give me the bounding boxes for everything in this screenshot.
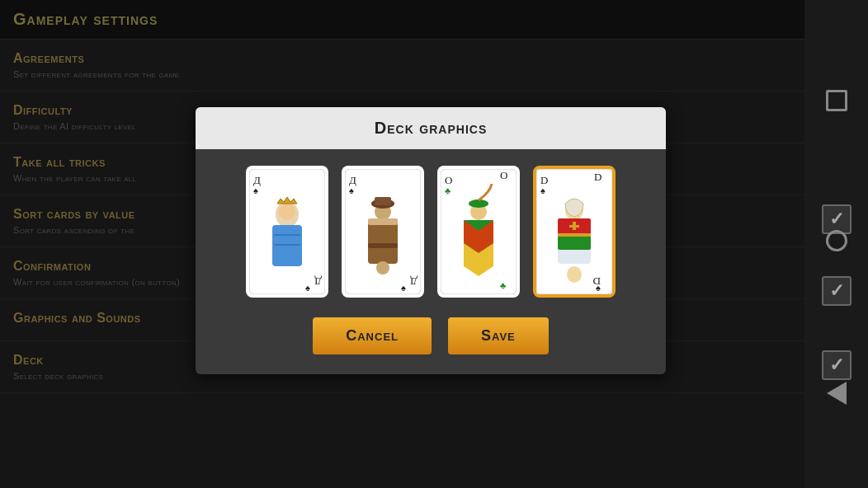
svg-text:О: О [500, 169, 507, 181]
svg-text:♠: ♠ [540, 185, 545, 195]
svg-rect-40 [558, 235, 591, 250]
svg-rect-4 [272, 225, 302, 266]
card-options-row: Д ♠ Д ♠ [246, 166, 616, 298]
svg-text:Д: Д [349, 174, 356, 186]
dialog-content: Д ♠ Д ♠ [196, 149, 666, 374]
svg-text:♠: ♠ [253, 185, 258, 195]
android-nav-bar [804, 0, 868, 488]
svg-point-5 [279, 204, 295, 220]
svg-text:♠: ♠ [349, 185, 354, 195]
card-svg-3: О ♣ О ♣ [441, 169, 517, 294]
card-svg-1: Д ♠ Д ♠ [249, 169, 325, 294]
home-button[interactable] [818, 223, 855, 259]
svg-text:♠: ♠ [305, 283, 310, 293]
svg-point-44 [567, 266, 582, 283]
svg-rect-43 [569, 225, 579, 228]
card-inner-3: О ♣ О ♣ [441, 169, 517, 294]
svg-text:О: О [445, 174, 452, 186]
card-option-1[interactable]: Д ♠ Д ♠ [246, 166, 328, 298]
svg-point-31 [469, 199, 488, 208]
svg-rect-17 [375, 197, 391, 205]
triangle-icon [827, 382, 847, 405]
svg-text:♣: ♣ [500, 280, 506, 290]
card-svg-2: Д ♠ Д ♠ [345, 169, 421, 294]
svg-text:Д: Д [314, 275, 322, 288]
svg-text:D: D [540, 174, 548, 186]
save-button[interactable]: Save [448, 317, 549, 354]
svg-text:♣: ♣ [445, 185, 451, 195]
svg-rect-41 [558, 233, 591, 237]
svg-text:Д: Д [410, 275, 417, 288]
svg-text:D: D [593, 275, 601, 288]
cancel-button[interactable]: Cancel [313, 317, 432, 354]
card-option-3[interactable]: О ♣ О ♣ [437, 166, 520, 298]
svg-rect-18 [368, 218, 398, 225]
card-inner-4: D ♠ D [536, 169, 612, 294]
card-option-4[interactable]: D ♠ D [533, 166, 616, 298]
svg-text:D: D [594, 171, 601, 183]
square-icon [826, 90, 847, 111]
svg-text:Д: Д [253, 174, 261, 186]
svg-rect-19 [368, 243, 398, 248]
card-inner-2: Д ♠ Д ♠ [345, 169, 421, 294]
card-option-2[interactable]: Д ♠ Д ♠ [342, 166, 424, 298]
svg-point-20 [376, 261, 389, 274]
dialog-title-bar: Deck graphics [196, 107, 666, 149]
svg-rect-15 [368, 218, 398, 264]
back-button[interactable] [818, 375, 855, 411]
checkbox-sort-cards[interactable] [822, 276, 851, 306]
svg-text:♠: ♠ [401, 283, 406, 293]
card-svg-4: D ♠ D [536, 169, 612, 294]
dialog-title: Deck graphics [207, 119, 654, 138]
circle-icon [826, 230, 847, 251]
card-inner-1: Д ♠ Д ♠ [249, 169, 325, 294]
recent-apps-button[interactable] [818, 82, 855, 119]
dialog-buttons: Cancel Save [313, 317, 549, 354]
deck-graphics-dialog: Deck graphics Д ♠ [196, 107, 666, 374]
